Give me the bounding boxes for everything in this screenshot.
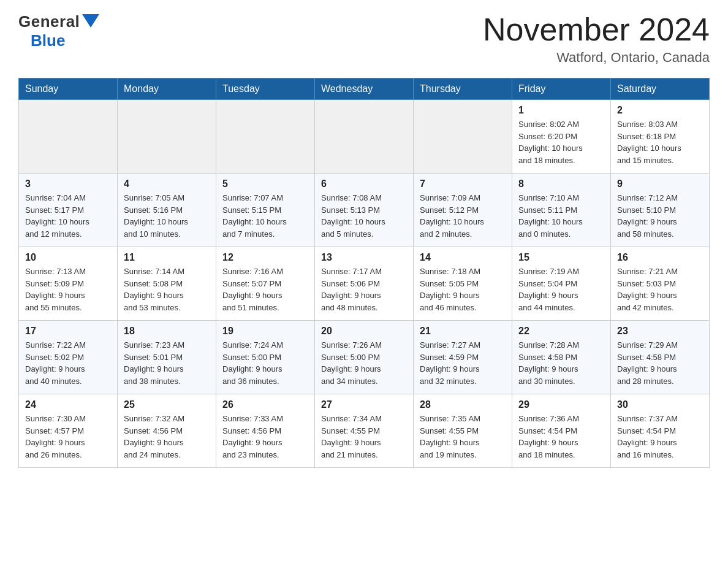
day-number: 25 (124, 399, 210, 410)
calendar-cell: 30Sunrise: 7:37 AMSunset: 4:54 PMDayligh… (611, 394, 710, 468)
day-info: Sunrise: 7:04 AMSunset: 5:17 PMDaylight:… (25, 192, 111, 240)
calendar-cell: 10Sunrise: 7:13 AMSunset: 5:09 PMDayligh… (19, 247, 118, 321)
logo-blue-text: Blue (31, 31, 65, 50)
day-number: 19 (222, 326, 308, 337)
day-info: Sunrise: 7:37 AMSunset: 4:54 PMDaylight:… (617, 413, 703, 461)
calendar-cell (216, 100, 315, 174)
day-info: Sunrise: 7:14 AMSunset: 5:08 PMDaylight:… (124, 266, 210, 313)
day-info: Sunrise: 7:33 AMSunset: 4:56 PMDaylight:… (222, 413, 308, 461)
day-number: 16 (617, 252, 703, 263)
day-info: Sunrise: 7:34 AMSunset: 4:55 PMDaylight:… (321, 413, 407, 461)
calendar-cell (315, 100, 414, 174)
calendar-cell: 4Sunrise: 7:05 AMSunset: 5:16 PMDaylight… (118, 174, 216, 247)
day-info: Sunrise: 7:26 AMSunset: 5:00 PMDaylight:… (321, 339, 407, 387)
day-number: 27 (321, 399, 407, 410)
day-number: 30 (617, 399, 703, 410)
day-info: Sunrise: 8:03 AMSunset: 6:18 PMDaylight:… (617, 118, 703, 166)
calendar-cell: 3Sunrise: 7:04 AMSunset: 5:17 PMDaylight… (19, 174, 118, 247)
calendar-cell: 24Sunrise: 7:30 AMSunset: 4:57 PMDayligh… (19, 394, 118, 468)
calendar-cell: 28Sunrise: 7:35 AMSunset: 4:55 PMDayligh… (414, 394, 512, 468)
calendar-cell: 6Sunrise: 7:08 AMSunset: 5:13 PMDaylight… (315, 174, 414, 247)
calendar-cell (118, 100, 216, 174)
weekday-header-row: SundayMondayTuesdayWednesdayThursdayFrid… (19, 79, 710, 100)
day-info: Sunrise: 7:19 AMSunset: 5:04 PMDaylight:… (518, 266, 604, 313)
day-number: 13 (321, 252, 407, 263)
day-number: 17 (25, 326, 111, 337)
day-info: Sunrise: 7:27 AMSunset: 4:59 PMDaylight:… (420, 339, 506, 387)
calendar-cell: 16Sunrise: 7:21 AMSunset: 5:03 PMDayligh… (611, 247, 710, 321)
calendar-cell: 22Sunrise: 7:28 AMSunset: 4:58 PMDayligh… (512, 321, 611, 394)
weekday-header-wednesday: Wednesday (315, 79, 414, 100)
calendar-cell: 21Sunrise: 7:27 AMSunset: 4:59 PMDayligh… (414, 321, 512, 394)
day-number: 26 (222, 399, 308, 410)
calendar-cell: 8Sunrise: 7:10 AMSunset: 5:11 PMDaylight… (512, 174, 611, 247)
calendar-cell: 27Sunrise: 7:34 AMSunset: 4:55 PMDayligh… (315, 394, 414, 468)
weekday-header-sunday: Sunday (19, 79, 118, 100)
day-info: Sunrise: 7:28 AMSunset: 4:58 PMDaylight:… (518, 339, 604, 387)
weekday-header-saturday: Saturday (611, 79, 710, 100)
calendar-cell (19, 100, 118, 174)
weekday-header-thursday: Thursday (414, 79, 512, 100)
day-number: 11 (124, 252, 210, 263)
day-number: 1 (518, 105, 604, 116)
day-number: 24 (25, 399, 111, 410)
day-info: Sunrise: 7:16 AMSunset: 5:07 PMDaylight:… (222, 266, 308, 313)
calendar-cell: 19Sunrise: 7:24 AMSunset: 5:00 PMDayligh… (216, 321, 315, 394)
logo-arrow-icon (82, 14, 99, 28)
calendar-cell: 29Sunrise: 7:36 AMSunset: 4:54 PMDayligh… (512, 394, 611, 468)
weekday-header-friday: Friday (512, 79, 611, 100)
day-number: 15 (518, 252, 604, 263)
logo-general-text: General (18, 12, 80, 31)
day-info: Sunrise: 7:17 AMSunset: 5:06 PMDaylight:… (321, 266, 407, 313)
calendar-cell: 23Sunrise: 7:29 AMSunset: 4:58 PMDayligh… (611, 321, 710, 394)
calendar-cell: 2Sunrise: 8:03 AMSunset: 6:18 PMDaylight… (611, 100, 710, 174)
week-row-2: 3Sunrise: 7:04 AMSunset: 5:17 PMDaylight… (19, 174, 710, 247)
calendar-cell: 25Sunrise: 7:32 AMSunset: 4:56 PMDayligh… (118, 394, 216, 468)
day-info: Sunrise: 7:29 AMSunset: 4:58 PMDaylight:… (617, 339, 703, 387)
calendar-table: SundayMondayTuesdayWednesdayThursdayFrid… (18, 78, 710, 468)
day-number: 8 (518, 178, 604, 190)
calendar-cell: 17Sunrise: 7:22 AMSunset: 5:02 PMDayligh… (19, 321, 118, 394)
logo: General Blue (18, 12, 99, 50)
day-number: 2 (617, 105, 703, 116)
calendar-cell: 15Sunrise: 7:19 AMSunset: 5:04 PMDayligh… (512, 247, 611, 321)
day-info: Sunrise: 7:10 AMSunset: 5:11 PMDaylight:… (518, 192, 604, 240)
location-title: Watford, Ontario, Canada (483, 50, 710, 66)
calendar-cell: 11Sunrise: 7:14 AMSunset: 5:08 PMDayligh… (118, 247, 216, 321)
day-number: 29 (518, 399, 604, 410)
day-info: Sunrise: 7:23 AMSunset: 5:01 PMDaylight:… (124, 339, 210, 387)
day-number: 5 (222, 178, 308, 190)
calendar-cell: 20Sunrise: 7:26 AMSunset: 5:00 PMDayligh… (315, 321, 414, 394)
day-info: Sunrise: 7:09 AMSunset: 5:12 PMDaylight:… (420, 192, 506, 240)
day-number: 6 (321, 178, 407, 190)
day-info: Sunrise: 7:07 AMSunset: 5:15 PMDaylight:… (222, 192, 308, 240)
day-number: 9 (617, 178, 703, 190)
day-info: Sunrise: 7:32 AMSunset: 4:56 PMDaylight:… (124, 413, 210, 461)
day-info: Sunrise: 7:05 AMSunset: 5:16 PMDaylight:… (124, 192, 210, 240)
day-number: 18 (124, 326, 210, 337)
weekday-header-tuesday: Tuesday (216, 79, 315, 100)
day-info: Sunrise: 7:12 AMSunset: 5:10 PMDaylight:… (617, 192, 703, 240)
week-row-4: 17Sunrise: 7:22 AMSunset: 5:02 PMDayligh… (19, 321, 710, 394)
day-info: Sunrise: 7:22 AMSunset: 5:02 PMDaylight:… (25, 339, 111, 387)
month-title: November 2024 (483, 12, 710, 47)
day-number: 12 (222, 252, 308, 263)
calendar-cell: 5Sunrise: 7:07 AMSunset: 5:15 PMDaylight… (216, 174, 315, 247)
day-info: Sunrise: 7:13 AMSunset: 5:09 PMDaylight:… (25, 266, 111, 313)
day-number: 21 (420, 326, 506, 337)
week-row-5: 24Sunrise: 7:30 AMSunset: 4:57 PMDayligh… (19, 394, 710, 468)
day-info: Sunrise: 7:08 AMSunset: 5:13 PMDaylight:… (321, 192, 407, 240)
page-header: General Blue November 2024 Watford, Onta… (18, 12, 710, 66)
calendar-cell: 12Sunrise: 7:16 AMSunset: 5:07 PMDayligh… (216, 247, 315, 321)
calendar-cell: 13Sunrise: 7:17 AMSunset: 5:06 PMDayligh… (315, 247, 414, 321)
calendar-cell: 26Sunrise: 7:33 AMSunset: 4:56 PMDayligh… (216, 394, 315, 468)
title-section: November 2024 Watford, Ontario, Canada (483, 12, 710, 66)
day-number: 22 (518, 326, 604, 337)
day-info: Sunrise: 7:24 AMSunset: 5:00 PMDaylight:… (222, 339, 308, 387)
day-info: Sunrise: 7:35 AMSunset: 4:55 PMDaylight:… (420, 413, 506, 461)
day-info: Sunrise: 7:21 AMSunset: 5:03 PMDaylight:… (617, 266, 703, 313)
day-info: Sunrise: 7:30 AMSunset: 4:57 PMDaylight:… (25, 413, 111, 461)
day-number: 20 (321, 326, 407, 337)
day-number: 14 (420, 252, 506, 263)
day-number: 4 (124, 178, 210, 190)
